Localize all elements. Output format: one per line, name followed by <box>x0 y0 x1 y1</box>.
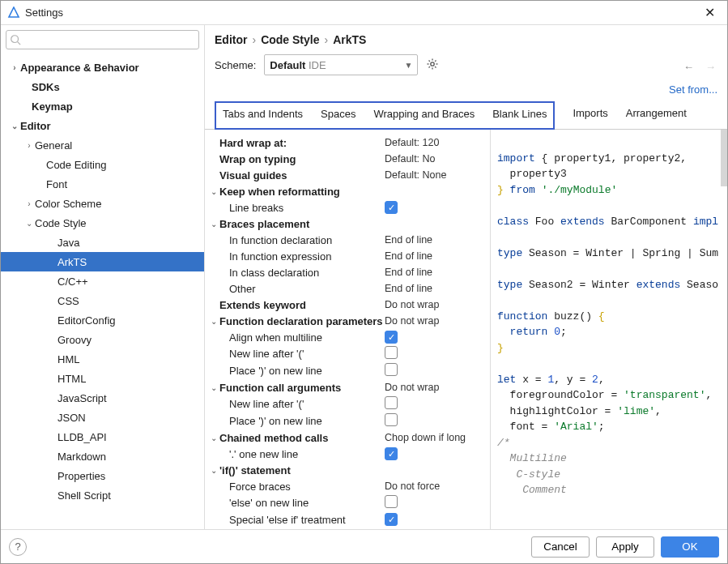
sidebar-item-editorconfig[interactable]: EditorConfig <box>1 310 204 330</box>
help-icon[interactable]: ? <box>9 538 27 556</box>
checkbox[interactable] <box>385 495 398 508</box>
sidebar-item-label: EditorConfig <box>57 314 116 327</box>
checkbox[interactable] <box>385 413 398 426</box>
setting-label: Braces placement <box>219 218 490 230</box>
sidebar-item-appearance-behavior[interactable]: ›Appearance & Behavior <box>1 58 204 77</box>
setting-label: Function call arguments <box>219 382 385 394</box>
checkbox[interactable] <box>385 346 398 359</box>
cancel-button[interactable]: Cancel <box>531 536 590 558</box>
setting-section[interactable]: ⌄Keep when reformatting <box>208 183 490 199</box>
setting-checkbox-row[interactable]: Line breaks✓ <box>208 199 490 216</box>
setting-value: End of line <box>385 234 490 246</box>
sidebar-item-code-style[interactable]: ⌄Code Style <box>1 213 204 233</box>
breadcrumb: Editor › Code Style › ArkTS <box>205 25 727 51</box>
setting-checkbox-row[interactable]: Place ')' on new line <box>208 362 490 379</box>
close-icon[interactable]: ✕ <box>698 5 721 20</box>
setting-checkbox-row[interactable]: '.' one new line✓ <box>208 446 490 462</box>
set-from-link[interactable]: Set from... <box>205 83 727 100</box>
sidebar-item-html[interactable]: HTML <box>1 369 204 388</box>
scrollbar[interactable] <box>721 130 727 186</box>
sidebar-item-code-editing[interactable]: Code Editing <box>1 155 204 174</box>
tab-spaces[interactable]: Spaces <box>319 105 357 125</box>
setting-row[interactable]: Hard wrap at:Default: 120 <box>208 135 490 151</box>
sidebar-item-label: Properties <box>57 470 105 482</box>
scheme-name: Default <box>270 59 305 71</box>
setting-section[interactable]: ⌄Chained method callsChop down if long <box>208 429 490 446</box>
setting-section[interactable]: ⌄'for()' statementDo not wrap <box>208 528 490 529</box>
gear-icon[interactable] <box>426 58 439 73</box>
sidebar-item-label: C/C++ <box>57 276 88 288</box>
chevron-down-icon: ⌄ <box>208 466 219 475</box>
sidebar-item-markdown[interactable]: Markdown <box>1 446 204 466</box>
setting-row[interactable]: Extends keywordDo not wrap <box>208 297 490 313</box>
breadcrumb-item[interactable]: Code Style <box>261 33 319 46</box>
sidebar-item-sdks[interactable]: SDKs <box>1 77 204 96</box>
tab-tabs-and-indents[interactable]: Tabs and Indents <box>221 105 304 125</box>
sidebar-item-c-c-[interactable]: C/C++ <box>1 271 204 291</box>
tab-imports[interactable]: Imports <box>571 104 609 124</box>
sidebar-item-css[interactable]: CSS <box>1 291 204 310</box>
breadcrumb-item[interactable]: Editor <box>215 33 247 46</box>
sidebar-item-properties[interactable]: Properties <box>1 466 204 485</box>
setting-checkbox-row[interactable]: New line after '(' <box>208 395 490 412</box>
scheme-scope: IDE <box>309 59 326 71</box>
sidebar-item-editor[interactable]: ⌄Editor <box>1 116 204 135</box>
setting-label: Place ')' on new line <box>229 365 385 377</box>
setting-row[interactable]: In class declarationEnd of line <box>208 264 490 280</box>
setting-checkbox-row[interactable]: Special 'else if' treatment✓ <box>208 511 490 528</box>
settings-list[interactable]: Hard wrap at:Default: 120Wrap on typingD… <box>205 130 490 529</box>
checkbox[interactable]: ✓ <box>385 447 398 460</box>
setting-row[interactable]: Wrap on typingDefault: No <box>208 151 490 167</box>
setting-section[interactable]: ⌄'if()' statement <box>208 462 490 478</box>
sidebar-item-label: Java <box>57 237 79 249</box>
sidebar-item-shell-script[interactable]: Shell Script <box>1 485 204 505</box>
checkbox[interactable]: ✓ <box>385 201 398 214</box>
sidebar-item-label: General <box>35 139 72 152</box>
sidebar-item-javascript[interactable]: JavaScript <box>1 388 204 408</box>
nav-back-icon[interactable]: ← <box>683 61 694 73</box>
sidebar-item-groovy[interactable]: Groovy <box>1 330 204 349</box>
search-input[interactable] <box>6 30 199 49</box>
setting-row[interactable]: OtherEnd of line <box>208 280 490 297</box>
scheme-dropdown[interactable]: Default IDE ▼ <box>264 54 418 75</box>
sidebar-item-keymap[interactable]: Keymap <box>1 96 204 116</box>
tab-arrangement[interactable]: Arrangement <box>624 104 688 124</box>
setting-row[interactable]: Force bracesDo not force <box>208 478 490 494</box>
checkbox[interactable] <box>385 396 398 409</box>
chevron-down-icon: ⌄ <box>208 317 219 326</box>
setting-section[interactable]: ⌄Braces placement <box>208 216 490 232</box>
sidebar-item-font[interactable]: Font <box>1 174 204 194</box>
apply-button[interactable]: Apply <box>596 536 654 558</box>
sidebar-item-hml[interactable]: HML <box>1 349 204 369</box>
setting-row[interactable]: Visual guidesDefault: None <box>208 167 490 183</box>
ok-button[interactable]: OK <box>661 536 719 558</box>
setting-row[interactable]: In function declarationEnd of line <box>208 232 490 248</box>
tab-blank-lines[interactable]: Blank Lines <box>491 105 548 125</box>
setting-checkbox-row[interactable]: 'else' on new line <box>208 494 490 511</box>
setting-row[interactable]: In function expressionEnd of line <box>208 248 490 264</box>
setting-section[interactable]: ⌄Function call argumentsDo not wrap <box>208 379 490 395</box>
checkbox[interactable] <box>385 363 398 376</box>
setting-value: End of line <box>385 283 490 294</box>
sidebar-item-label: Markdown <box>57 451 106 463</box>
sidebar-item-arkts[interactable]: ArkTS <box>1 252 204 271</box>
tab-wrapping-and-braces[interactable]: Wrapping and Braces <box>372 105 476 125</box>
sidebar-item-java[interactable]: Java <box>1 233 204 252</box>
setting-checkbox-row[interactable]: Align when multiline✓ <box>208 329 490 345</box>
sidebar-item-general[interactable]: ›General <box>1 135 204 155</box>
sidebar-item-color-scheme[interactable]: ›Color Scheme <box>1 194 204 213</box>
scheme-label: Scheme: <box>215 59 256 71</box>
nav-forward-icon[interactable]: → <box>705 61 716 73</box>
chevron-right-icon: › <box>9 63 20 72</box>
setting-section[interactable]: ⌄Function declaration parametersDo not w… <box>208 313 490 329</box>
svg-point-0 <box>11 36 19 43</box>
checkbox[interactable]: ✓ <box>385 331 398 344</box>
checkbox[interactable]: ✓ <box>385 513 398 526</box>
chevron-down-icon: ⌄ <box>9 122 20 130</box>
setting-checkbox-row[interactable]: New line after '(' <box>208 345 490 362</box>
setting-checkbox-row[interactable]: Place ')' on new line <box>208 412 490 429</box>
sidebar-item-label: SDKs <box>32 81 60 93</box>
sidebar-item-json[interactable]: JSON <box>1 408 204 427</box>
sidebar-item-lldb-api[interactable]: LLDB_API <box>1 427 204 446</box>
breadcrumb-item[interactable]: ArkTS <box>333 33 366 46</box>
